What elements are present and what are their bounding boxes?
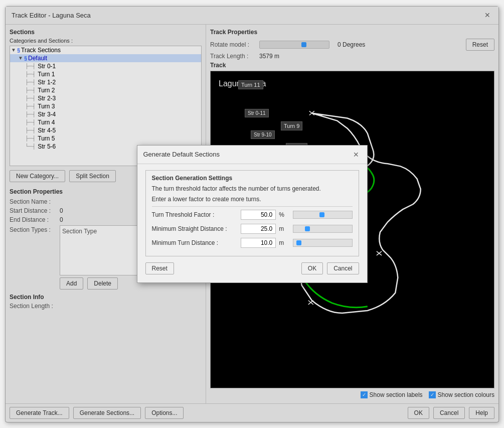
modal-ok-button[interactable]: OK [301, 262, 323, 274]
generate-sections-modal: Generate Default Sections ✕ Section Gene… [137, 145, 368, 283]
min-straight-unit: m [279, 225, 289, 232]
min-turn-label: Minimum Turn Distance : [152, 239, 241, 246]
min-turn-input[interactable] [241, 238, 276, 248]
modal-buttons: Reset OK Cancel [145, 262, 359, 276]
min-straight-thumb[interactable] [305, 226, 310, 231]
modal-cancel-button[interactable]: Cancel [327, 262, 359, 274]
turn-threshold-label: Turn Threshold Factor : [152, 211, 241, 218]
modal-desc-2: Enter a lower factor to create more turn… [152, 195, 353, 204]
modal-reset-button[interactable]: Reset [145, 262, 174, 274]
modal-close-button[interactable]: ✕ [351, 150, 361, 160]
turn-threshold-slider[interactable] [293, 211, 353, 219]
modal-ok-cancel: OK Cancel [301, 262, 359, 274]
turn-threshold-unit: % [279, 211, 289, 218]
min-straight-label: Minimum Straight Distance : [152, 225, 241, 232]
modal-body: Section Generation Settings The turn thr… [137, 164, 367, 283]
turn-threshold-thumb[interactable] [319, 212, 324, 217]
modal-divider [152, 206, 353, 207]
modal-desc-1: The turn threshold factor affects the nu… [152, 185, 353, 193]
modal-title: Generate Default Sections [143, 151, 220, 158]
min-straight-input[interactable] [241, 224, 276, 234]
modal-section-title: Section Generation Settings [152, 175, 353, 182]
min-turn-row: Minimum Turn Distance : m [152, 238, 353, 248]
modal-section-box: Section Generation Settings The turn thr… [145, 170, 359, 257]
min-straight-slider[interactable] [293, 225, 353, 233]
min-turn-thumb[interactable] [296, 240, 301, 245]
modal-overlay: Generate Default Sections ✕ Section Gene… [6, 7, 498, 422]
turn-threshold-row: Turn Threshold Factor : % [152, 210, 353, 220]
modal-title-bar: Generate Default Sections ✕ [137, 146, 367, 164]
main-window: Track Editor - Laguna Seca ✕ Sections Ca… [5, 6, 499, 422]
min-straight-row: Minimum Straight Distance : m [152, 224, 353, 234]
turn-threshold-input[interactable] [241, 210, 276, 220]
min-turn-unit: m [279, 239, 289, 246]
min-turn-slider[interactable] [293, 239, 353, 247]
